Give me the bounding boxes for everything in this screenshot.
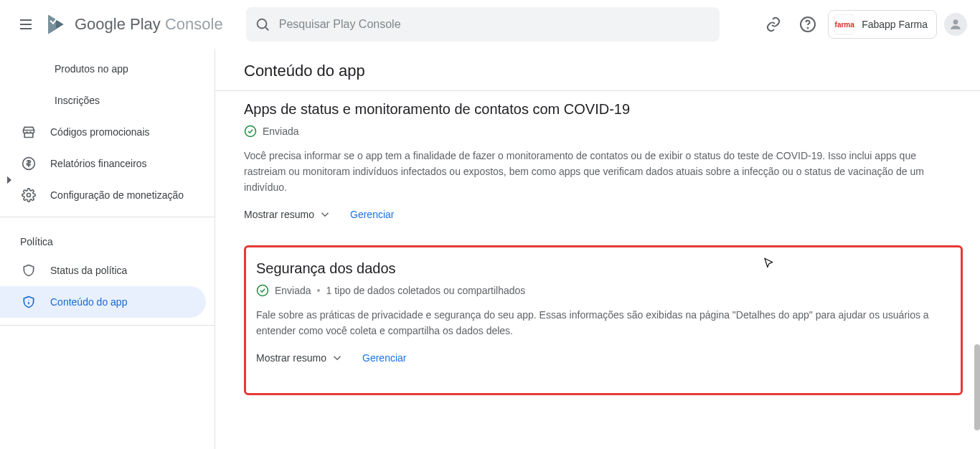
sidebar-item-products[interactable]: Produtos no app [0,53,206,85]
check-circle-icon [244,125,257,138]
shield-icon [20,262,37,279]
side-nav: Produtos no app Inscrições Códigos promo… [0,49,215,449]
sidebar-item-label: Produtos no app [55,63,128,75]
page-title: Conteúdo do app [244,49,963,90]
person-icon [948,17,963,32]
search-bar[interactable] [246,7,720,42]
show-summary-button[interactable]: Mostrar resumo [244,208,331,221]
link-icon [765,16,782,33]
svg-point-11 [27,194,31,197]
sidebar-item-policy-status[interactable]: Status da política [0,255,206,286]
chevron-right-icon[interactable] [3,174,16,186]
status-row: Enviada • 1 tipo de dados coletados ou c… [256,284,951,297]
user-avatar[interactable] [944,13,967,36]
svg-marker-4 [48,15,56,34]
svg-point-8 [808,28,809,29]
scrollbar-thumb[interactable] [974,344,980,430]
sidebar-item-financial-reports[interactable]: Relatórios financeiros [0,148,206,179]
shield-info-icon [20,293,37,311]
status-text: Enviada [263,126,299,137]
separator-dot: • [317,285,321,296]
manage-button[interactable]: Gerenciar [362,352,406,364]
sidebar-item-label: Status da política [50,265,127,276]
sidebar-item-label: Configuração de monetização [50,189,184,201]
storefront-icon [20,123,37,141]
sidebar-item-label: Conteúdo do app [50,296,127,308]
sidebar-item-label: Códigos promocionais [50,126,150,138]
sidebar-item-app-content[interactable]: Conteúdo do app [0,286,206,318]
sidebar-section-policy: Política [0,223,215,255]
developer-logo: farma [834,14,854,34]
gear-icon [20,186,37,204]
show-summary-label: Mostrar resumo [256,352,326,364]
main-menu-button[interactable] [9,7,43,42]
brand-text: Google Play Console [75,15,223,34]
status-text: Enviada [275,285,311,296]
svg-point-9 [953,19,958,24]
card-title: Segurança dos dados [256,260,951,277]
developer-account-chip[interactable]: farma Fabapp Farma [828,10,937,39]
svg-point-14 [245,126,256,137]
divider [0,325,215,326]
status-row: Enviada [244,125,957,138]
card-data-safety: Segurança dos dados Enviada • 1 tipo de … [256,260,951,364]
help-icon [799,16,816,33]
brand-logo[interactable]: Google Play Console [44,13,223,36]
chevron-down-icon [319,208,331,221]
search-icon [255,16,270,32]
chevron-down-icon [331,351,344,364]
svg-point-5 [257,19,266,29]
manage-button[interactable]: Gerenciar [350,209,394,220]
developer-name: Fabapp Farma [862,19,928,30]
card-covid-status: Apps de status e monitoramento de contat… [244,91,963,234]
card-title: Apps de status e monitoramento de contat… [244,101,957,118]
help-button[interactable] [791,7,825,42]
sidebar-item-promo-codes[interactable]: Códigos promocionais [0,116,206,148]
top-bar: Google Play Console farma Fabapp Farma [0,0,980,49]
sidebar-item-subscriptions[interactable]: Inscrições [0,85,206,116]
play-console-icon [44,13,67,36]
card-description: Fale sobre as práticas de privacidade e … [256,307,951,339]
svg-line-6 [265,27,268,30]
show-summary-label: Mostrar resumo [244,209,314,220]
sidebar-item-monetization-setup[interactable]: Configuração de monetização [0,179,206,211]
link-insert-button[interactable] [756,7,791,42]
show-summary-button[interactable]: Mostrar resumo [256,351,344,364]
hamburger-icon [17,16,34,33]
search-input[interactable] [279,18,714,31]
check-circle-icon [256,284,269,297]
divider [0,217,215,217]
sidebar-item-label: Inscrições [55,95,100,106]
sidebar-item-label: Relatórios financeiros [50,158,147,169]
status-extra-text: 1 tipo de dados coletados ou compartilha… [326,285,526,296]
card-description: Você precisa informar se o app tem a fin… [244,148,947,195]
svg-point-15 [258,285,268,296]
card-data-safety-highlight: Segurança dos dados Enviada • 1 tipo de … [244,245,963,395]
main-content: Conteúdo do app Apps de status e monitor… [215,49,980,449]
dollar-circle-icon [20,155,37,172]
